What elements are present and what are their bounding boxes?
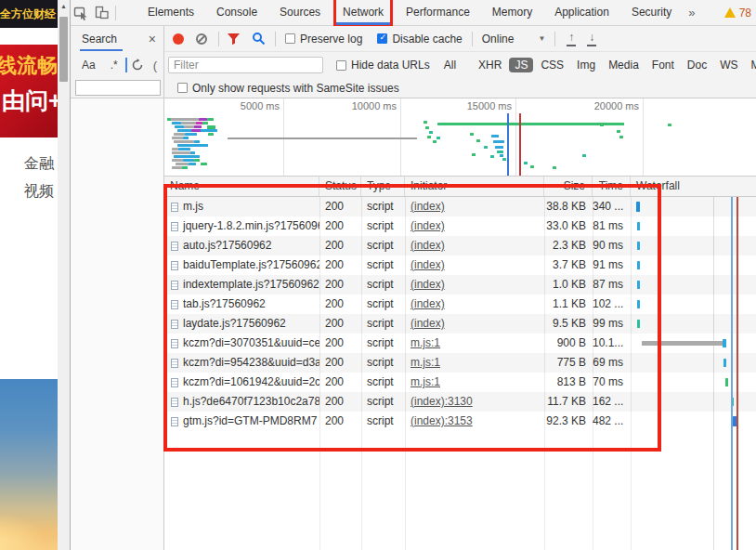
initiator-link[interactable]: (index):3153 bbox=[411, 414, 473, 427]
type-filter-js[interactable]: JS bbox=[509, 58, 533, 72]
disable-cache-checkbox[interactable] bbox=[377, 33, 387, 44]
samesite-row: Only show requests with SameSite issues bbox=[164, 78, 756, 98]
overview-dot bbox=[470, 133, 474, 136]
tab-performance[interactable]: Performance bbox=[399, 0, 476, 25]
search-icon[interactable] bbox=[252, 32, 266, 46]
hide-data-urls-checkbox[interactable] bbox=[336, 60, 346, 71]
import-har-icon[interactable]: ↑ bbox=[565, 32, 578, 46]
type-filter-media[interactable]: Media bbox=[603, 58, 645, 72]
table-row[interactable]: baiduTemplate.js?17560962200script(index… bbox=[164, 255, 756, 275]
type-filter-ws[interactable]: WS bbox=[714, 58, 743, 72]
cell-initiator: (index) bbox=[405, 275, 544, 295]
samesite-checkbox[interactable] bbox=[177, 83, 188, 93]
initiator-link[interactable]: (index) bbox=[411, 239, 445, 252]
column-header-time[interactable]: Time bbox=[593, 177, 631, 196]
tab-security[interactable]: Security bbox=[625, 0, 678, 25]
type-filter-all[interactable]: All bbox=[438, 58, 462, 72]
overview-dot bbox=[476, 139, 480, 142]
initiator-link[interactable]: m.js:1 bbox=[411, 336, 440, 349]
samesite-label: Only show requests with SameSite issues bbox=[192, 82, 399, 95]
type-filter-doc[interactable]: Doc bbox=[682, 58, 712, 72]
column-header-name[interactable]: Name bbox=[164, 177, 319, 196]
table-row[interactable]: h.js?de6470f7123b10c2a7885a2...200script… bbox=[164, 392, 756, 412]
refresh-icon[interactable] bbox=[131, 59, 144, 72]
request-name: kczm?di=954238&uuid=d3a17... bbox=[183, 353, 319, 373]
initiator-link[interactable]: (index) bbox=[411, 200, 445, 213]
table-row[interactable]: tab.js?17560962200script(index)1.1 KB102… bbox=[164, 295, 756, 314]
tab-network[interactable]: Network bbox=[336, 0, 390, 25]
tab-elements[interactable]: Elements bbox=[141, 0, 201, 25]
regex-button[interactable]: .* bbox=[111, 59, 118, 72]
table-row[interactable]: kczm?di=3070351&uuid=ce2c...200scriptm.j… bbox=[164, 334, 756, 353]
table-row[interactable]: kczm?di=1061942&uuid=2c1d...200scriptm.j… bbox=[164, 373, 756, 392]
overview-bar bbox=[207, 118, 214, 121]
tab-sources[interactable]: Sources bbox=[273, 0, 327, 25]
type-filter-xhr[interactable]: XHR bbox=[473, 58, 507, 72]
export-har-icon[interactable]: ↓ bbox=[585, 32, 598, 46]
type-filter-img[interactable]: Img bbox=[571, 58, 601, 72]
match-case-button[interactable]: Aa bbox=[82, 59, 96, 72]
webpage-link[interactable]: 金融 bbox=[0, 154, 54, 174]
initiator-link[interactable]: (index):3130 bbox=[411, 395, 473, 408]
type-filter-font[interactable]: Font bbox=[646, 58, 680, 72]
scrollbar-thumb[interactable] bbox=[59, 17, 68, 82]
overview-event-line bbox=[507, 113, 509, 177]
network-filter-input[interactable] bbox=[168, 57, 323, 73]
column-header-waterfall[interactable]: Waterfall bbox=[631, 177, 756, 196]
initiator-link[interactable]: m.js:1 bbox=[411, 356, 440, 369]
type-filter-manifest[interactable]: Manifest bbox=[746, 58, 756, 72]
scrollbar-up-icon[interactable]: ▲ bbox=[58, 0, 70, 13]
table-row[interactable]: jquery-1.8.2.min.js?17560962200script(in… bbox=[164, 216, 756, 236]
cell-waterfall bbox=[631, 392, 756, 412]
table-row[interactable]: auto.js?17560962200script(index)2.3 KB90… bbox=[164, 236, 756, 255]
column-header-size[interactable]: Size bbox=[544, 177, 593, 196]
table-row[interactable]: indextemplate.js?17560962200script(index… bbox=[164, 275, 756, 295]
cell-waterfall bbox=[631, 197, 756, 216]
clear-icon[interactable] bbox=[196, 33, 207, 45]
more-tabs-icon[interactable]: » bbox=[683, 6, 700, 20]
preserve-log-checkbox[interactable] bbox=[285, 33, 295, 44]
webpage-link[interactable]: 视频 bbox=[0, 182, 54, 202]
cell-size: 38.8 KB bbox=[544, 197, 593, 216]
column-header-status[interactable]: Status bbox=[319, 177, 361, 196]
tab-application[interactable]: Application bbox=[548, 0, 616, 25]
inspect-element-icon[interactable] bbox=[71, 0, 91, 25]
column-header-initiator[interactable]: Initiator bbox=[405, 177, 544, 196]
initiator-link[interactable]: (index) bbox=[411, 297, 445, 310]
close-icon[interactable]: × bbox=[149, 32, 156, 46]
initiator-link[interactable]: (index) bbox=[411, 258, 445, 271]
overview-dot bbox=[530, 165, 534, 168]
warning-badge[interactable]: 78 bbox=[724, 7, 751, 20]
tab-search[interactable]: Search bbox=[82, 27, 117, 51]
warning-count: 78 bbox=[739, 7, 751, 20]
overview-dot bbox=[424, 121, 427, 124]
page-scrollbar[interactable]: ▲ bbox=[58, 0, 70, 550]
initiator-link[interactable]: m.js:1 bbox=[411, 375, 440, 388]
tab-console[interactable]: Console bbox=[210, 0, 264, 25]
waterfall-overview[interactable]: 5000 ms10000 ms15000 ms20000 ms bbox=[164, 98, 756, 177]
device-toolbar-icon[interactable] bbox=[91, 0, 111, 25]
initiator-link[interactable]: (index) bbox=[411, 278, 445, 291]
chevron-down-icon[interactable]: ▼ bbox=[538, 34, 545, 43]
cell-time: 70 ms bbox=[593, 373, 631, 392]
search-input[interactable] bbox=[75, 80, 161, 96]
text-caret bbox=[125, 58, 127, 72]
initiator-link[interactable]: (index) bbox=[411, 219, 445, 232]
table-row[interactable]: gtm.js?id=GTM-PMD8RM7200script(index):31… bbox=[164, 412, 756, 431]
tab-memory[interactable]: Memory bbox=[486, 0, 539, 25]
record-button[interactable] bbox=[173, 33, 184, 45]
table-row[interactable]: laydate.js?17560962200script(index)9.5 K… bbox=[164, 314, 756, 334]
overview-bar bbox=[228, 138, 417, 139]
column-header-type[interactable]: Type bbox=[361, 177, 405, 196]
initiator-link[interactable]: (index) bbox=[411, 317, 445, 330]
waterfall-bar bbox=[636, 202, 640, 212]
type-filter-css[interactable]: CSS bbox=[535, 58, 569, 72]
cell-time: 99 ms bbox=[593, 314, 631, 334]
cell-size: 9.5 KB bbox=[544, 314, 593, 334]
filter-icon[interactable] bbox=[227, 33, 241, 46]
cell-waterfall bbox=[631, 216, 756, 236]
table-row[interactable]: kczm?di=954238&uuid=d3a17...200scriptm.j… bbox=[164, 353, 756, 373]
table-row[interactable]: m.js200script(index)38.8 KB340 ... bbox=[164, 197, 756, 216]
devtools-window: ElementsConsoleSourcesNetworkPerformance… bbox=[70, 0, 756, 550]
throttling-dropdown[interactable]: Online bbox=[482, 33, 515, 46]
